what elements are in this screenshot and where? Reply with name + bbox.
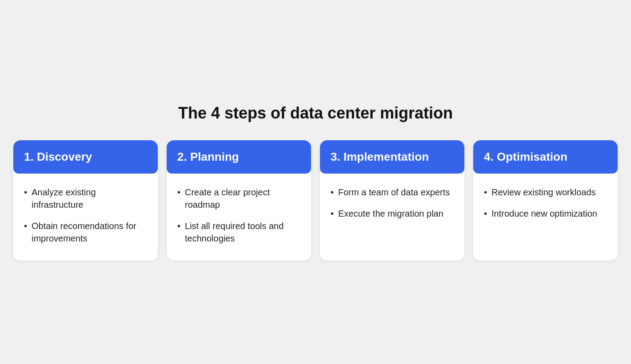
card-step-planning: 2. Planning [177,150,239,163]
card-planning: 2. PlanningCreate a clear project roadma… [167,140,311,261]
list-item: Introduce new optimization [484,207,607,220]
list-item: Create a clear project roadmap [177,186,300,211]
card-body-planning: Create a clear project roadmapList all r… [167,174,311,261]
card-body-discovery: Analyze existing infrastructureObtain re… [13,174,158,261]
card-header-planning: 2. Planning [167,140,311,174]
card-step-implementation: 3. Implementation [331,150,429,163]
card-body-optimisation: Review existing workloadsIntroduce new o… [473,174,618,236]
card-step-discovery: 1. Discovery [24,150,92,163]
card-header-discovery: 1. Discovery [13,140,158,174]
list-item: Analyze existing infrastructure [24,186,147,211]
card-discovery: 1. DiscoveryAnalyze existing infrastruct… [13,140,158,261]
card-body-implementation: Form a team of data expertsExecute the m… [320,174,464,236]
list-item: Review existing workloads [484,186,607,198]
card-list-planning: Create a clear project roadmapList all r… [177,186,300,245]
card-list-optimisation: Review existing workloadsIntroduce new o… [484,186,607,220]
list-item: Obtain recomendations for improvements [24,220,147,245]
cards-container: 1. DiscoveryAnalyze existing infrastruct… [13,140,618,261]
page-title: The 4 steps of data center migration [178,104,453,123]
card-list-discovery: Analyze existing infrastructureObtain re… [24,186,147,245]
card-header-implementation: 3. Implementation [320,140,464,174]
card-list-implementation: Form a team of data expertsExecute the m… [331,186,454,220]
card-header-optimisation: 4. Optimisation [473,140,618,174]
card-implementation: 3. ImplementationForm a team of data exp… [320,140,464,261]
card-optimisation: 4. OptimisationReview existing workloads… [473,140,618,261]
card-step-optimisation: 4. Optimisation [484,150,567,163]
list-item: Form a team of data experts [331,186,454,198]
list-item: List all required tools and technologies [177,220,300,245]
list-item: Execute the migration plan [331,207,454,220]
